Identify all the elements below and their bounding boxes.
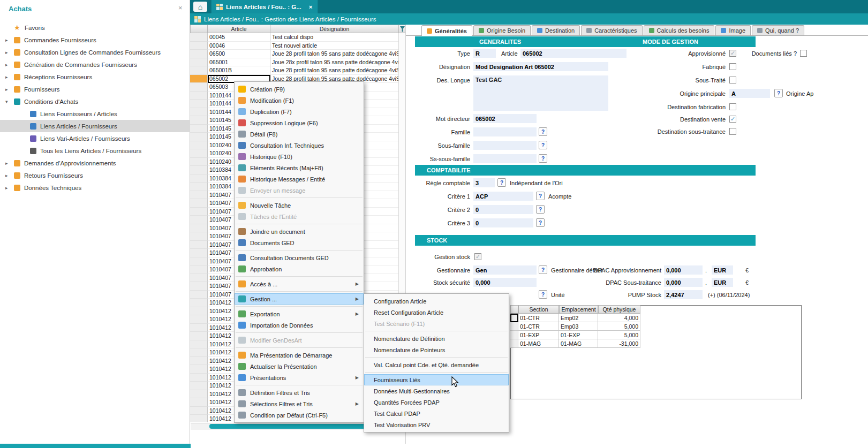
gestionnaire-field[interactable]: Gen xyxy=(473,265,537,275)
row-selector-cell[interactable] xyxy=(190,265,208,274)
menu-item[interactable]: Val. Calcul point Cde. et Qté. demandée xyxy=(364,359,509,370)
row-selector-cell[interactable] xyxy=(190,149,208,158)
detail-tab[interactable]: Origine Besoin xyxy=(473,25,531,35)
menu-item[interactable]: Fournisseurs Liés xyxy=(364,374,509,385)
row-selector-cell[interactable] xyxy=(190,33,208,42)
sidebar-item[interactable]: ▸Retours Fournisseurs xyxy=(0,169,190,181)
row-selector-cell[interactable] xyxy=(190,174,208,183)
row-selector-cell[interactable] xyxy=(190,100,208,108)
mot-directeur-field[interactable]: 065002 xyxy=(473,114,537,123)
detail-tab[interactable]: Destination xyxy=(532,25,580,35)
type-field[interactable]: R xyxy=(473,49,496,58)
menu-item[interactable]: Définition Filtres et Tris xyxy=(235,387,364,398)
tab-close-icon[interactable]: × xyxy=(309,4,313,10)
origine-principale-field[interactable]: A xyxy=(729,89,770,98)
row-selector-cell[interactable] xyxy=(190,232,208,241)
sidebar-item[interactable]: Liens Fournisseurs / Articles xyxy=(0,108,190,120)
gestionnaire-lookup-button[interactable]: ? xyxy=(539,265,547,274)
row-selector-cell[interactable] xyxy=(190,274,208,283)
row-selector-cell[interactable] xyxy=(190,299,208,307)
menu-item[interactable]: Nomenclature de Définition xyxy=(364,333,509,344)
menu-item[interactable]: Envoyer un message xyxy=(235,185,364,196)
regle-comptable-field[interactable]: 3 xyxy=(473,178,495,187)
menu-item[interactable]: Importation de Données xyxy=(235,320,364,331)
menu-item[interactable]: Reset Configuration Article xyxy=(364,307,509,318)
row-selector-cell[interactable] xyxy=(190,398,208,407)
critere1-lookup-button[interactable]: ? xyxy=(536,192,545,200)
menu-item[interactable]: Historique Messages / Entité xyxy=(235,173,364,185)
sidebar-close-icon[interactable]: × xyxy=(178,4,183,12)
stock-table-header-cell[interactable]: Qté physique xyxy=(598,305,640,314)
stock-row-selector-cell[interactable] xyxy=(510,331,518,339)
menu-item[interactable]: Gestion ...▶ xyxy=(235,293,364,305)
sidebar-item[interactable]: ▾Conditions d'Achats xyxy=(0,95,190,108)
row-selector-cell[interactable] xyxy=(190,365,208,374)
menu-item[interactable]: Actualiser la Présentation xyxy=(235,361,364,372)
stock-table-row[interactable]: 01-CTREmp024,000 xyxy=(510,314,640,322)
detail-tab[interactable]: Caractéristiques xyxy=(581,25,642,35)
famille-lookup-button[interactable]: ? xyxy=(539,127,547,136)
row-selector-cell[interactable] xyxy=(190,133,208,141)
dpac-st-field[interactable]: 0,000 xyxy=(664,278,703,287)
row-selector-cell[interactable] xyxy=(190,307,208,316)
designation-field[interactable]: Mod Designation Art 065002 xyxy=(473,62,608,71)
row-selector-cell[interactable] xyxy=(190,315,208,324)
row-selector-cell[interactable] xyxy=(190,241,208,249)
gestion-stock-checkbox[interactable]: ✓ xyxy=(474,253,481,260)
row-selector-cell[interactable] xyxy=(190,332,208,340)
menu-item[interactable]: Duplication (F7) xyxy=(235,106,364,117)
sidebar-item[interactable]: ▸Génération de Commandes Fournisseurs xyxy=(0,58,190,71)
row-selector-cell[interactable] xyxy=(190,125,208,133)
row-selector-cell[interactable] xyxy=(190,108,208,117)
menu-item[interactable]: Joindre un document xyxy=(235,226,364,237)
detail-tab[interactable]: Généralités xyxy=(421,25,472,36)
row-selector-cell[interactable] xyxy=(190,257,208,266)
row-selector-cell[interactable] xyxy=(190,191,208,200)
sidebar-item[interactable]: ▸Consultation Lignes de Commandes Fourni… xyxy=(0,46,190,58)
critere2-lookup-button[interactable]: ? xyxy=(536,205,545,214)
stock-table-row[interactable]: 01-MAG01-MAG-31,000 xyxy=(510,339,640,348)
row-selector-cell[interactable] xyxy=(190,390,208,399)
dpac-st-currency-field[interactable]: EUR xyxy=(712,278,733,287)
critere2-field[interactable]: 0 xyxy=(473,205,533,214)
detail-tab[interactable]: Calculs des besoins xyxy=(644,25,715,35)
critere3-lookup-button[interactable]: ? xyxy=(536,218,545,227)
sidebar-item[interactable]: Liens Articles / Fournisseurs xyxy=(0,120,190,132)
article-row[interactable]: 06500Joue 28 profil talon 95 sans patte … xyxy=(190,50,399,58)
row-selector-cell[interactable] xyxy=(190,291,208,299)
documents-lies-checkbox[interactable] xyxy=(800,50,807,57)
sidebar-item[interactable]: ▸Commandes Fournisseurs xyxy=(0,34,190,46)
sidebar-item[interactable]: ▸Fournisseurs xyxy=(0,83,190,95)
menu-item[interactable]: Présentations▶ xyxy=(235,372,364,383)
menu-item[interactable]: Modification (F1) xyxy=(235,95,364,106)
menu-item[interactable]: Nomenclature de Pointeurs xyxy=(364,344,509,355)
stock-row-selector-cell[interactable] xyxy=(510,314,518,322)
sous-famille-field[interactable] xyxy=(473,141,537,150)
row-selector-cell[interactable] xyxy=(190,249,208,257)
menu-item[interactable]: Exportation▶ xyxy=(235,308,364,320)
menu-item[interactable]: Configuration Article xyxy=(364,295,509,307)
list-header-designation[interactable]: Désignation xyxy=(270,25,399,33)
row-selector-cell[interactable] xyxy=(190,208,208,216)
destination-vente-checkbox[interactable]: ✓ xyxy=(729,116,736,123)
menu-item[interactable]: Sélections Filtres et Tris▶ xyxy=(235,398,364,409)
row-selector-cell[interactable] xyxy=(190,183,208,191)
menu-item[interactable]: Données Multi-Gestionnaires xyxy=(364,385,509,397)
list-header-article[interactable]: Article xyxy=(207,25,270,33)
row-selector-cell[interactable] xyxy=(190,224,208,233)
row-selector-cell[interactable] xyxy=(190,348,208,357)
approvisionne-checkbox[interactable]: ✓ xyxy=(729,50,736,57)
sidebar-item[interactable]: Tous les Liens Articles / Fournisseurs xyxy=(0,145,190,157)
article-field[interactable]: 065002 xyxy=(520,49,627,58)
destination-sous-traitance-checkbox[interactable] xyxy=(729,128,736,135)
row-selector-cell[interactable] xyxy=(190,282,208,291)
unite-lookup-button[interactable]: ? xyxy=(539,290,547,299)
menu-item[interactable]: Consultation Inf. Techniques xyxy=(235,140,364,151)
menu-item[interactable]: Création (F9) xyxy=(235,83,364,95)
sous-traite-checkbox[interactable] xyxy=(729,77,736,83)
sidebar-item[interactable]: ★Favoris xyxy=(0,21,190,34)
row-selector-cell[interactable] xyxy=(190,42,208,50)
stock-securite-field[interactable]: 0,000 xyxy=(473,278,537,287)
sidebar-item[interactable]: ▸Données Techniques xyxy=(0,181,190,194)
menu-item[interactable]: Approbation xyxy=(235,263,364,275)
